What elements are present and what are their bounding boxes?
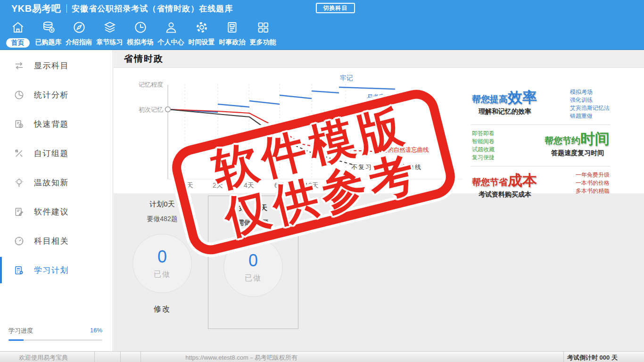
promo-headline-big: 时间 [580,131,610,147]
toolbar-item-current-affairs[interactable]: 时事政治 [217,19,248,48]
statusbar-divider [140,352,141,362]
toolbar-item-more[interactable]: 更多功能 [248,19,278,48]
toolbar-item-guide[interactable]: 介绍指南 [64,19,94,48]
sidebar-item-quick-memorize[interactable]: 快速背题 [0,109,113,139]
done-label: 已做 [245,273,262,283]
plan-summary-panel: 计划0天 要做482题 0 已做 修改 [121,193,204,314]
app-window: YKB易考吧 安徽省公职招录考试（省情时政）在线题库 切换科目 首页 已购题库 … [0,0,644,362]
promo-headline-prefix: 帮您节约 [545,136,580,146]
sidebar-item-label: 显示科目 [34,60,69,71]
subject-title: 省情时政 [124,53,164,65]
toolbar-item-chapter-practice[interactable]: 章节练习 [94,19,125,48]
review-method-line [249,101,280,104]
study-progress: 学习进度 16% [8,327,102,341]
sidebar-item-label: 温故知新 [34,177,69,188]
promo-headline: 帮您提高效率 理解和记忆的效率 [472,88,537,116]
subject-icon [13,235,25,247]
promo-feature-list: 模拟考场 强化训练 艾宾浩斯记忆法 错题重做 [570,88,610,120]
statusbar-divider [563,352,564,362]
day-prefix: 第 [239,204,246,212]
modify-plan-button[interactable]: 修改 [154,304,171,314]
promo-feature: 错题重做 [570,112,610,120]
sidebar-item-study-plan[interactable]: 学习计划 [0,255,113,285]
top-bar: YKB易考吧 安徽省公职招录考试（省情时政）在线题库 切换科目 [0,0,644,17]
promo-divider [471,166,611,166]
news-icon [225,19,239,36]
sidebar-item-label: 学习计划 [34,265,69,276]
review-method-line [280,95,312,99]
sidebar-item-label: 软件建议 [34,206,69,217]
statusbar-divider [120,352,121,362]
toolbar-item-label: 个人中心 [158,38,184,47]
done-count-circle: 0 已做 [223,238,283,297]
x-tick-label: 2天 [213,181,223,189]
promo-headline: 帮您节约时间 答题速度复习时间 [545,129,610,157]
progress-bar [8,339,102,341]
progress-label: 学习进度 [8,327,33,335]
toolbar-item-label: 已购题库 [35,38,62,47]
x-tick-label: 12天 [305,181,319,189]
pie-chart-icon [13,89,25,100]
day-suffix: 天 [260,204,267,212]
toolbar-item-mock-exam[interactable]: 模拟考场 [125,19,156,48]
today-day-title: 第天 [208,196,298,213]
toolbar-item-purchased-banks[interactable]: 已购题库 [33,19,64,48]
sidebar-item-review-old[interactable]: 温故知新 [0,168,113,197]
sidebar-item-label: 统计分析 [34,90,69,100]
gear-icon [195,19,209,36]
feedback-icon [13,206,25,217]
promo-feature: 艾宾浩斯记忆法 [570,104,610,112]
toolbar-item-profile[interactable]: 个人中心 [156,19,186,48]
clock-icon [133,19,148,36]
sidebar-item-label: 快速背题 [34,119,69,130]
done-label: 已做 [154,270,171,280]
plan-icon [13,264,25,276]
main-toolbar: 首页 已购题库 介绍指南 章节练习 模拟考场 个人中心 [2,19,278,48]
exam-countdown: 考试倒计时 000 天 [567,354,618,362]
sidebar-item-subject-related[interactable]: 科目相关 [0,226,113,255]
sidebar-item-custom-sets[interactable]: 自订组题 [0,139,113,168]
required-suffix: 题 [262,219,269,226]
toolbar-item-time-settings[interactable]: 时间设置 [186,19,217,48]
promo-feature-list: 即答即看 智能阅卷 试题收藏 复习便捷 [472,129,495,162]
app-logo: YKB易考吧 [11,2,61,15]
bulb-icon [13,177,25,188]
promo-feature: 即答即看 [472,130,495,138]
promo-headline-big: 成本 [508,172,537,189]
y-axis-label: 记忆程度 [139,81,163,88]
sidebar-item-label: 自订组题 [34,148,69,159]
swap-icon [13,60,25,71]
red-curve-label: 复习的自然遗忘曲线 [376,147,429,153]
switch-subject-button[interactable]: 切换科目 [316,3,355,13]
sidebar-item-show-subjects[interactable]: 显示科目 [0,51,113,80]
flashcard-icon [13,118,25,130]
layers-icon [103,19,117,36]
main-content: 省情时政 第1天2天4天6天12天31天记忆程度初次记忆牢记易考宝典复习法复习的… [114,50,644,351]
promo-divider [471,124,611,125]
toolbar-item-home[interactable]: 首页 [2,19,33,48]
promo-feature: 智能阅卷 [472,138,495,146]
promo-feature-list: 一年免费升级 一本书的价格 多本书的精髓 [576,171,610,195]
x-tick-label: 4天 [244,181,254,189]
app-title: 安徽省公职招录考试（省情时政）在线题库 [72,3,233,14]
toolbar-item-label: 模拟考场 [127,38,154,47]
promo-feature: 一本书的价格 [576,179,610,187]
sidebar-item-software-feedback[interactable]: 软件建议 [0,197,113,226]
promo-row-efficiency: 帮您提高效率 理解和记忆的效率 模拟考场 强化训练 艾宾浩斯记忆法 错题重做 [470,87,611,121]
sidebar-item-statistics[interactable]: 统计分析 [0,80,113,109]
forgetting-curve-red-dashed [276,127,373,151]
toolbar-item-label: 首页 [6,38,30,48]
progress-bar-fill [8,339,24,341]
x-tick-label: 31天 [339,181,353,189]
done-count-circle: 0 已做 [132,234,192,293]
promo-headline-prefix: 帮您提高 [472,94,508,104]
start-point-marker [165,107,171,112]
tools-icon [13,148,25,159]
compass-icon [72,19,86,36]
study-plan-section: 计划0天 要做482题 0 已做 修改 第天 需做题 0 已做 [114,193,644,351]
toolbar-item-label: 章节练习 [97,38,123,47]
memory-curve-chart: 第1天2天4天6天12天31天记忆程度初次记忆牢记易考宝典复习法复习的自然遗忘曲… [114,68,470,193]
x-tick-label: 6天 [274,181,285,189]
promo-feature: 试题收藏 [472,146,495,154]
promo-headline-big: 效率 [508,89,537,106]
